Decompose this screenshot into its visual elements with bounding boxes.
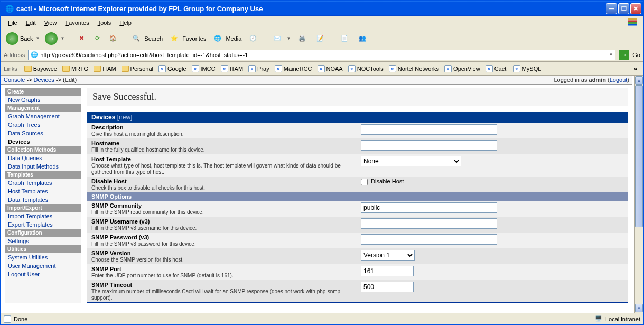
sidebar-item-data-templates[interactable]: Data Templates [5,196,81,204]
sidebar-item-settings[interactable]: Settings [5,237,81,245]
snmp-password-input[interactable] [361,234,497,245]
menu-file[interactable]: File [4,18,22,27]
go-button[interactable]: → [619,50,629,60]
print-button[interactable]: 🖨️ [294,31,311,46]
minimize-button[interactable]: — [606,3,617,14]
page-icon: e [275,65,282,72]
links-bar: Links Bayowee MRTG ITAM Personal eGoogle… [1,62,643,76]
link-bayowee[interactable]: Bayowee [22,64,60,73]
menu-bar: File Edit View Favorites Tools Help [1,16,643,29]
links-label: Links [4,66,17,72]
address-label: Address [4,52,25,58]
page-icon [4,315,11,323]
maximize-button[interactable]: ❐ [618,3,629,14]
sidebar-item-logout-user[interactable]: Logout User [5,270,81,278]
breadcrumb-devices[interactable]: Devices [34,77,54,83]
sidebar-item-graph-management[interactable]: Graph Management [5,112,81,120]
sidebar-header-utilities: Utilities [5,245,81,253]
link-cacti[interactable]: eCacti [483,64,510,73]
folder-icon [122,66,129,72]
edit-button[interactable]: 📝 [312,31,329,46]
refresh-icon: ⟳ [92,33,102,44]
sidebar-item-import-templates[interactable]: Import Templates [5,212,81,220]
scrollbar[interactable]: ▲ ▼ [634,76,643,313]
note-icon: 📄 [338,32,351,45]
sidebar-item-graph-templates[interactable]: Graph Templates [5,179,81,187]
star-icon: ⭐ [168,32,181,45]
sidebar-item-data-queries[interactable]: Data Queries [5,154,81,162]
menu-tools[interactable]: Tools [94,18,116,27]
disable-host-checkbox[interactable] [361,179,368,185]
search-button[interactable]: 🔍Search [128,31,165,46]
scroll-down-button[interactable]: ▼ [635,304,643,312]
mail-button[interactable]: ✉️▼ [269,31,293,46]
snmp-port-input[interactable] [361,266,414,276]
sidebar-header-create: Create [5,88,81,96]
scroll-thumb[interactable] [635,85,643,227]
media-button[interactable]: 🌐Media [209,31,244,46]
address-input[interactable]: 🌐 http://goxsa309/cacti/host.php?action=… [28,50,615,60]
sidebar-item-user-management[interactable]: User Management [5,262,81,270]
snmp-community-input[interactable] [361,202,497,213]
breadcrumb-console[interactable]: Console [4,77,25,83]
forward-button[interactable]: →▼ [43,31,67,46]
separator [332,32,333,45]
menu-edit[interactable]: Edit [22,18,40,27]
sidebar-item-devices[interactable]: Devices [5,137,81,146]
logout-link[interactable]: Logout [610,77,628,83]
link-mainercc[interactable]: eMaineRCC [272,64,315,73]
link-pray[interactable]: ePray [246,64,272,73]
home-button[interactable]: 🏠 [106,32,120,45]
messenger-button[interactable]: 👥 [354,31,371,46]
intranet-icon: 🖥️ [595,315,602,323]
sidebar-item-host-templates[interactable]: Host Templates [5,187,81,196]
link-itam2[interactable]: eITAM [218,64,246,73]
history-button[interactable]: 🕗 [245,31,262,46]
close-button[interactable]: ✕ [630,3,641,14]
link-imcc[interactable]: eIMCC [189,64,218,73]
row-snmp-community: SNMP CommunityFill in the SNMP read comm… [87,201,628,217]
menu-favorites[interactable]: Favorites [61,18,93,27]
sidebar-item-new-graphs[interactable]: New Graphs [5,96,81,104]
home-icon: 🏠 [108,33,118,44]
back-button[interactable]: ←Back▼ [4,31,42,46]
chevron-down-icon[interactable]: ▼ [609,52,613,57]
link-noctools[interactable]: eNOCTools [346,64,386,73]
menu-help[interactable]: Help [115,18,136,27]
sidebar-item-graph-trees[interactable]: Graph Trees [5,120,81,129]
link-personal[interactable]: Personal [119,64,156,73]
description-input[interactable] [361,124,497,135]
snmp-username-input[interactable] [361,218,497,229]
link-noaa[interactable]: eNOAA [315,64,346,73]
save-message-box: Save Successful. [87,88,628,106]
links-overflow-button[interactable]: » [631,66,640,72]
row-hostname: HostnameFill in the fully qualified host… [87,138,628,154]
snmp-timeout-input[interactable] [361,282,414,292]
scroll-up-button[interactable]: ▲ [635,76,643,85]
link-mysql[interactable]: eMySQL [510,64,544,73]
stop-button[interactable]: ✖ [74,32,89,45]
folder-icon [94,66,101,72]
note-button[interactable]: 📄 [336,31,353,46]
snmp-version-select[interactable]: Version 1 [361,250,415,261]
row-snmp-port: SNMP PortEnter the UDP port number to us… [87,264,628,280]
hostname-input[interactable] [361,140,497,151]
host-template-select[interactable]: None [361,156,461,166]
refresh-button[interactable]: ⟳ [90,32,105,45]
sidebar-item-export-templates[interactable]: Export Templates [5,220,81,229]
disable-host-checkbox-label[interactable]: Disable Host [361,178,404,184]
sidebar-item-system-utilities[interactable]: System Utilities [5,253,81,262]
row-snmp-timeout: SNMP TimeoutThe maximum number of millis… [87,280,628,302]
link-openview[interactable]: eOpenView [442,64,483,73]
link-itam[interactable]: ITAM [91,64,118,73]
chevron-down-icon: ▼ [286,36,291,41]
table-header: Devices [new] [87,112,628,123]
favorites-button[interactable]: ⭐Favorites [166,31,208,46]
sidebar-item-data-sources[interactable]: Data Sources [5,129,81,137]
link-mrtg[interactable]: MRTG [60,64,91,73]
sidebar-item-data-input[interactable]: Data Input Methods [5,162,81,171]
device-form: Devices [new] DescriptionGive this host … [87,112,628,303]
link-nortel[interactable]: eNortel Networks [386,64,442,73]
menu-view[interactable]: View [40,18,61,27]
link-google[interactable]: eGoogle [156,64,189,73]
